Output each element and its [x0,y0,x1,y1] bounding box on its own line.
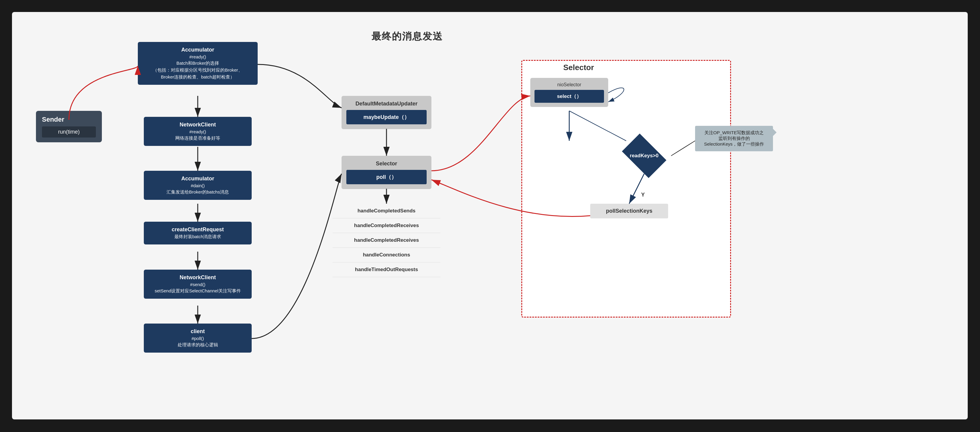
poll-selection-box: pollSelectionKeys [590,204,668,218]
accumulator1-title: Accumulator [144,47,252,53]
right-panel-title: Selector [563,63,594,72]
networkclient1-box: NetworkClient #ready() 网络连接是否准备好等 [144,117,252,146]
handle-item-2: handleCompletedReceives [332,218,441,233]
readkeys-diamond: readKeys>0 [617,138,671,174]
createclientrequest-box: createClientRequest 最终封装batch消息请求 [144,222,252,245]
handle-item-3: handleCompletedReceives [332,233,441,248]
selector-label: Selector [346,160,426,167]
networkclient2-box: NetworkClient #send() setSend设置对应SelectC… [144,270,252,299]
diagram-title: 最终的消息发送 [372,30,443,43]
handle-item-4: handleConnections [332,248,441,262]
nio-selector-method: select（） [535,90,604,103]
y-label: Y [641,192,645,198]
sender-title: Sender [42,116,96,124]
diamond-label: readKeys>0 [630,153,659,159]
nio-selector-label: nioSelector [535,82,604,87]
handle-item-5: handleTimedOutRequests [332,262,441,277]
right-note-text: 关注OP_WRITE写数据成功之监听到有操作的SelectionKeys，做了一… [704,130,764,146]
metadata-updater-box: DefaultMetadataUpdater maybeUpdate（） [342,96,431,129]
metadata-method: maybeUpdate（） [346,110,426,124]
accumulator2-box: Accumulator #dain() 汇集发送给Broker的batchs消息 [144,171,252,200]
accumulator1-box: Accumulator #ready() Batch和Broker的选择 （包括… [138,42,258,85]
main-canvas: 最终的消息发送 Sender run(time) Accumulator #re… [12,12,968,419]
selector-method: poll（） [346,170,426,184]
selector-poll-box: Selector poll（） [342,156,431,189]
nio-selector-box: nioSelector select（） [530,78,608,107]
right-note-box: 关注OP_WRITE写数据成功之监听到有操作的SelectionKeys，做了一… [695,126,773,151]
sender-method: run(time) [42,126,96,138]
metadata-label: DefaultMetadataUpdater [346,101,426,107]
handle-list: handleCompletedSends handleCompletedRece… [332,204,441,277]
client-box: client #poll() 处理请求的核心逻辑 [144,324,252,353]
handle-item-1: handleCompletedSends [332,204,441,218]
sender-box: Sender run(time) [36,111,102,142]
